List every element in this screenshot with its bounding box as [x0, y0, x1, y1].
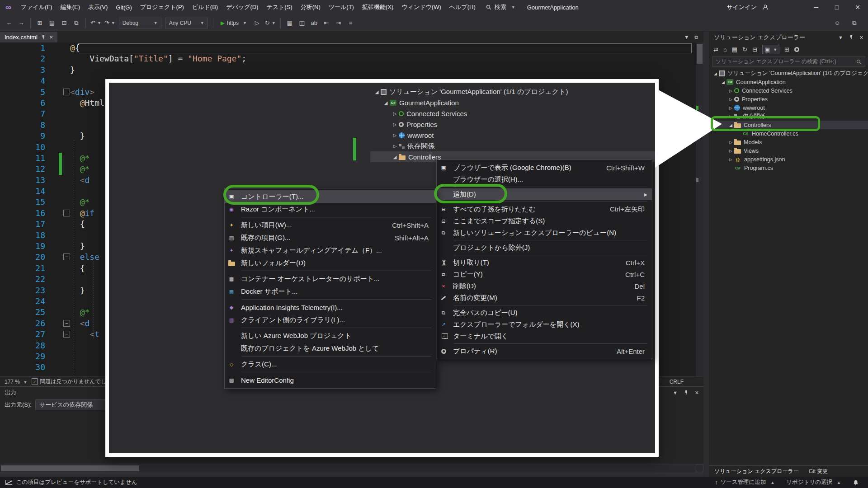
fold-collapse-icon[interactable]: − [63, 253, 70, 260]
editor-horizontal-scrollbar[interactable] [0, 465, 696, 472]
fold-collapse-icon[interactable]: − [63, 89, 70, 95]
add-to-source-control-button[interactable]: ↑ ソース管理に追加 ▲ [715, 479, 774, 486]
send-to-screen-icon[interactable]: ⧉ [849, 18, 860, 28]
fold-collapse-icon[interactable]: − [63, 320, 70, 327]
pin-icon[interactable] [684, 390, 689, 394]
new-project-icon[interactable]: ⊞ [34, 18, 45, 28]
sign-in-link[interactable]: サインイン [726, 3, 757, 11]
panel-splitter[interactable] [703, 32, 709, 477]
menu-item[interactable]: ▥クライアント側のライブラリ(L)... [225, 314, 436, 326]
menu-item[interactable]: ⊡ここまでスコープ指定する(S) [437, 215, 652, 227]
chevron-down-icon[interactable]: ▼ [673, 390, 678, 396]
performance-icon[interactable]: ◫ [297, 18, 307, 28]
tree-item--gourmetapplication-1-1-[interactable]: ◢ソリューション 'GourmetApplication' (1/1 のプロジェ… [709, 69, 868, 78]
tree-item-wwwroot[interactable]: ▷wwwroot [709, 103, 868, 112]
undo-icon[interactable]: ↶▼ [90, 18, 102, 28]
expander-icon[interactable]: ▷ [727, 149, 734, 153]
tree-item-connected-services[interactable]: ▷Connected Services [709, 86, 868, 95]
menu-item[interactable]: ◇クラス(C)... [225, 358, 436, 371]
switch-views-icon[interactable]: ⇄ [713, 46, 718, 53]
line-ending[interactable]: CRLF [670, 379, 684, 385]
editor-vertical-scrollbar[interactable] [696, 42, 703, 376]
menu-item[interactable]: ▤New EditorConfig [225, 374, 436, 386]
expander-icon[interactable]: ◢ [720, 80, 726, 84]
menubar-item[interactable]: ファイル(F) [17, 0, 57, 14]
expander-icon[interactable]: ▷ [727, 97, 734, 102]
start-debugging-button[interactable]: ▶https▼ [217, 18, 250, 28]
bookmark-list-icon[interactable]: ≡ [345, 18, 356, 28]
tree-item--[interactable]: ▷依存関係 [370, 141, 655, 151]
tree-item-gourmetapplication[interactable]: ◢C#GourmetApplication [370, 97, 655, 108]
open-file-icon[interactable]: ▤ [47, 18, 57, 28]
expander-icon[interactable]: ▷ [727, 140, 734, 145]
collapse-all-icon[interactable]: ⊟ [752, 46, 757, 53]
scrollbar-thumb[interactable] [1, 465, 139, 471]
menu-item[interactable]: 既存のプロジェクトを Azure WebJob として [225, 342, 436, 355]
menu-item[interactable]: 切り取り(T)Ctrl+X [437, 257, 652, 268]
save-all-icon[interactable]: ⧉ [71, 18, 82, 28]
forward-icon[interactable]: → [16, 18, 27, 28]
menu-item[interactable]: ◆Application Insights Telemetry(I)... [225, 301, 436, 314]
spell-check-icon[interactable]: ab [309, 18, 320, 28]
tree-item--[interactable]: ▷依存関係 [709, 112, 868, 121]
tree-item-gourmetapplication[interactable]: ◢C#GourmetApplication [709, 78, 868, 86]
solution-explorer-search[interactable]: ソリューション エクスプローラー の検索 (Ctrl+;) [712, 56, 865, 67]
tree-item-controllers[interactable]: ◢Controllers [709, 121, 868, 129]
notifications-bell-icon[interactable] [853, 479, 859, 486]
tree-item-connected-services[interactable]: ▷Connected Services [370, 108, 655, 119]
menu-item[interactable]: ◉Razor コンポーネント... [225, 203, 436, 216]
tree-item--gourmetapplication-1-1-[interactable]: ◢ソリューション 'GourmetApplication' (1/1 のプロジェ… [370, 86, 655, 97]
tree-item-wwwroot[interactable]: ▷wwwroot [370, 130, 655, 141]
close-icon[interactable]: ✕ [695, 390, 699, 396]
tree-item-properties[interactable]: ▷Properties [709, 95, 868, 103]
tree-item-properties[interactable]: ▷Properties [370, 119, 655, 130]
menu-item[interactable]: プロパティ(R)Alt+Enter [437, 345, 652, 357]
menubar-item[interactable]: プロジェクト(P) [136, 0, 188, 14]
menu-item[interactable]: ⧉完全パスのコピー(U) [437, 307, 652, 319]
tree-item-models[interactable]: ▷Models [709, 138, 868, 146]
expander-icon[interactable]: ▷ [727, 157, 734, 162]
menu-item[interactable]: 新しいフォルダー(D) [225, 257, 436, 269]
select-repository-button[interactable]: リポジトリの選択 ▲ [786, 479, 841, 486]
menubar-item[interactable]: ウィンドウ(W) [397, 0, 445, 14]
expander-icon[interactable]: ◢ [391, 155, 399, 160]
expander-icon[interactable]: ▷ [391, 133, 399, 138]
pin-icon[interactable] [849, 35, 854, 39]
expander-icon[interactable]: ▷ [727, 106, 734, 110]
close-button[interactable]: ✕ [847, 0, 868, 14]
menu-item[interactable]: ✦新しい項目(W)...Ctrl+Shift+A [225, 219, 436, 231]
menu-item[interactable]: >_ターミナルで開く [437, 330, 652, 342]
menu-item[interactable]: ▦Docker サポート... [225, 285, 436, 298]
feedback-icon[interactable]: ☺ [832, 18, 843, 28]
menu-item[interactable]: ×削除(D)Del [437, 280, 652, 292]
menu-item[interactable]: ⊟すべての子孫を折りたたむCtrl+左矢印 [437, 203, 652, 215]
menu-item[interactable]: ▣ブラウザーで表示 (Google Chrome)(B)Ctrl+Shift+W [437, 162, 652, 174]
document-health[interactable]: ✓ 問題は見つかりませんでした [32, 378, 112, 385]
menubar-item[interactable]: ヘルプ(H) [445, 0, 480, 14]
tree-item-program-cs[interactable]: C#Program.cs [709, 164, 868, 172]
back-icon[interactable]: ← [4, 18, 14, 28]
expander-icon[interactable]: ◢ [373, 89, 381, 94]
tree-item-homecontroller-cs[interactable]: C#HomeController.cs [709, 129, 868, 138]
expander-icon[interactable]: ▷ [727, 114, 734, 119]
database-icon[interactable]: ▦ [284, 18, 295, 28]
indent-out-icon[interactable]: ⇤ [321, 18, 332, 28]
tree-item-appsettings-json[interactable]: ▷{}appsettings.json [709, 155, 868, 164]
maximize-button[interactable]: □ [826, 0, 847, 14]
sync-with-active-document-icon[interactable]: ▣▼ [762, 45, 779, 54]
expander-icon[interactable]: ◢ [382, 100, 390, 105]
properties-icon[interactable] [794, 47, 799, 52]
menu-item[interactable]: ▤既存の項目(G)...Shift+Alt+A [225, 231, 436, 244]
close-tab-icon[interactable]: ✕ [49, 35, 53, 40]
expander-icon[interactable]: ▷ [727, 89, 734, 93]
scrollbar-thumb[interactable] [697, 44, 703, 64]
menubar-item[interactable]: デバッグ(D) [222, 0, 262, 14]
user-account-icon[interactable] [762, 4, 769, 10]
menu-item[interactable]: ✦新規スキャフォールディングアイテム（F）... [225, 244, 436, 257]
expander-icon[interactable]: ▷ [391, 144, 399, 149]
show-all-files-icon[interactable]: ⊞ [784, 46, 789, 53]
expander-icon[interactable]: ▷ [391, 111, 399, 116]
menubar-item[interactable]: Git(G) [112, 0, 136, 14]
float-window-icon[interactable]: ⧉ [694, 34, 698, 40]
menu-item[interactable]: ブラウザーの選択(H)... [437, 174, 652, 185]
